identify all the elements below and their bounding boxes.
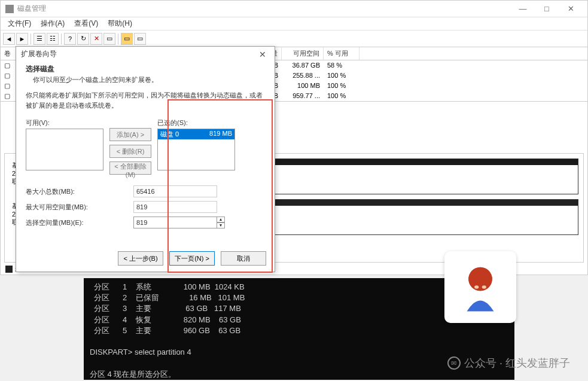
back-icon[interactable]: ◄	[3, 33, 15, 45]
add-button[interactable]: 添加(A) >	[109, 128, 151, 141]
remove-all-button[interactable]: < 全部删除(M)	[109, 161, 151, 175]
action3-icon[interactable]: ▭	[134, 33, 146, 45]
extend-volume-wizard: 扩展卷向导 ✕ 选择磁盘 你可以用至少一个磁盘上的空间来扩展卷。 你只能将此卷扩…	[16, 46, 275, 272]
wizard-title: 扩展卷向导	[21, 49, 57, 59]
menu-action[interactable]: 操作(A)	[36, 17, 69, 30]
col-free[interactable]: 可用空间	[282, 47, 324, 60]
cancel-button[interactable]: 取消	[221, 251, 266, 266]
action1-icon[interactable]: ▭	[103, 33, 115, 45]
action2-icon[interactable]: ▭	[121, 33, 133, 45]
select-space-input[interactable]: 819	[133, 217, 217, 228]
svg-point-1	[474, 285, 479, 288]
app-icon	[5, 5, 14, 13]
minimize-button[interactable]: —	[511, 2, 535, 16]
toolbar: ◄ ► ☰ ☷ ? ↻ ✕ ▭ ▭ ▭	[1, 31, 587, 47]
available-label: 可用(V):	[26, 118, 103, 127]
max-space-label: 最大可用空间量(MB):	[26, 203, 133, 212]
window-title: 磁盘管理	[17, 4, 46, 14]
max-space-value: 819	[133, 201, 217, 213]
delete-icon[interactable]: ✕	[90, 33, 102, 45]
menu-file[interactable]: 文件(F)	[3, 17, 36, 30]
menu-help[interactable]: 帮助(H)	[103, 17, 137, 30]
wizard-description: 你只能将此卷扩展到如下所示的可用空间，因为不能将磁盘转换为动态磁盘，或者被扩展的…	[26, 90, 265, 110]
tree-icon[interactable]: ☰	[33, 33, 45, 45]
selected-disk-item[interactable]: 磁盘 0 819 MB	[158, 129, 234, 139]
available-listbox[interactable]	[26, 129, 103, 170]
wizard-close-button[interactable]: ✕	[255, 50, 270, 59]
watermark: ✉ 公众号 · 红头发蓝胖子	[447, 356, 570, 370]
titlebar: 磁盘管理 — □ ✕	[1, 1, 587, 17]
wechat-icon: ✉	[447, 356, 461, 370]
wizard-subtitle: 你可以用至少一个磁盘上的空间来扩展卷。	[26, 75, 265, 84]
maximize-button[interactable]: □	[535, 2, 559, 16]
help-icon[interactable]: ?	[64, 33, 76, 45]
close-button[interactable]: ✕	[559, 2, 583, 16]
back-button[interactable]: < 上一步(B)	[118, 251, 163, 266]
remove-button[interactable]: < 删除(R)	[109, 145, 151, 158]
props-icon[interactable]: ☷	[47, 33, 59, 45]
refresh-icon[interactable]: ↻	[77, 33, 89, 45]
space-spinner[interactable]: ▲▼	[217, 217, 225, 228]
menubar: 文件(F) 操作(A) 查看(V) 帮助(H)	[1, 17, 587, 31]
total-size-value: 65416	[133, 185, 217, 197]
wizard-heading: 选择磁盘	[26, 64, 265, 74]
selected-label: 已选的(S):	[157, 118, 235, 127]
forward-icon[interactable]: ►	[16, 33, 28, 45]
selected-listbox[interactable]: 磁盘 0 819 MB	[157, 129, 235, 170]
total-size-label: 卷大小总数(MB):	[26, 187, 133, 196]
col-pct[interactable]: % 可用	[324, 47, 359, 60]
select-space-label: 选择空间量(MB)(E):	[26, 218, 133, 227]
next-button[interactable]: 下一页(N) >	[169, 251, 215, 266]
avatar-icon	[453, 260, 507, 314]
avatar-card	[444, 251, 516, 323]
svg-point-2	[482, 285, 486, 288]
wizard-titlebar: 扩展卷向导 ✕	[16, 47, 275, 62]
menu-view[interactable]: 查看(V)	[69, 17, 103, 30]
watermark-text: 公众号 · 红头发蓝胖子	[464, 356, 570, 370]
